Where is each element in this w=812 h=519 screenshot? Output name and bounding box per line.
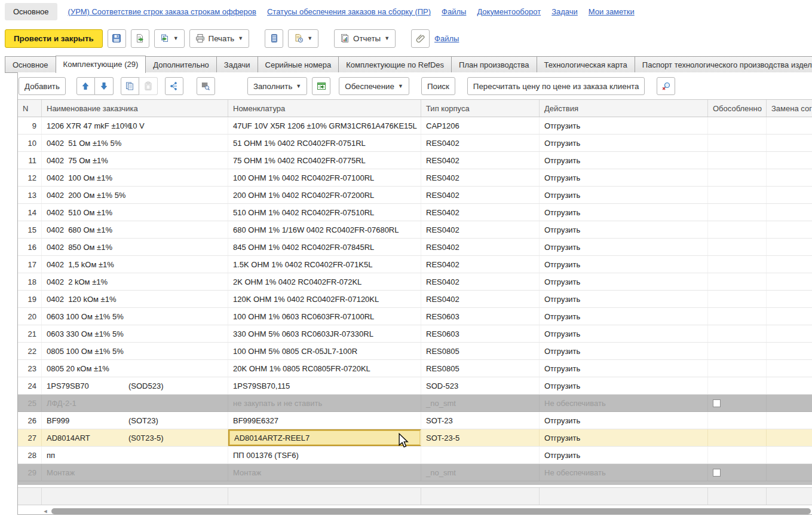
cell-action[interactable]: Отгрузить [540, 135, 708, 151]
cell-nomenclature[interactable]: BF999E6327 [228, 412, 421, 429]
cell-name[interactable]: 0402 75 Ом ±1% [42, 152, 228, 169]
scroll-left-arrow[interactable]: ◄ [42, 508, 49, 515]
cell-checkbox[interactable] [708, 239, 767, 255]
cell-action[interactable]: Отгрузить [540, 187, 708, 203]
table-row-22[interactable]: 220805 100 Ом ±1% 5%100 OHM 5% 0805 CR-0… [18, 343, 812, 360]
cell-name[interactable]: 0402 100 Ом ±1% [42, 169, 228, 186]
cell-body[interactable]: RES0603 [421, 308, 540, 325]
cell-nomenclature[interactable]: 510 OHM 1% 0402 RC0402FR-07510RL [228, 204, 421, 221]
tab-item[interactable]: Задачи [216, 56, 258, 72]
column-header-replace[interactable]: Замена сог [767, 100, 812, 117]
tab-item[interactable]: Дополнительно [145, 56, 217, 72]
cell-n[interactable]: 17 [18, 256, 42, 273]
cell-n[interactable]: 20 [18, 308, 42, 325]
cell-action[interactable]: Не обеспечивать [540, 395, 708, 411]
cell-action[interactable]: Отгрузить [540, 447, 708, 463]
nav-link[interactable]: Документооборот [477, 7, 541, 16]
column-header-body[interactable]: Тип корпуса [421, 100, 540, 117]
cell-body[interactable]: RES0805 [421, 343, 540, 359]
cell-body[interactable]: RES0402 [421, 256, 540, 273]
cell-action[interactable]: Отгрузить [540, 325, 708, 342]
cell-body[interactable]: RES0805 [421, 360, 540, 377]
cell-name[interactable]: 0402 200 Ом ±1% 5% [42, 187, 228, 203]
nav-link[interactable]: Мои заметки [589, 7, 635, 16]
cell-n[interactable]: 29 [18, 464, 42, 481]
save-button[interactable] [108, 29, 126, 48]
cell-nomenclature[interactable]: ПП 001376 (TSF6) [228, 447, 421, 463]
cell-n[interactable]: 23 [18, 360, 42, 377]
cell-name[interactable]: BF999(SOT23) [42, 412, 228, 429]
cell-checkbox[interactable] [708, 204, 767, 221]
copy-row-button[interactable] [121, 77, 139, 95]
attachments-button[interactable] [411, 29, 430, 48]
column-header-name[interactable]: Наименование заказчика [42, 100, 228, 117]
cell-name[interactable]: 1PS79SB70(SOD523) [42, 377, 228, 394]
table-row-26[interactable]: 26BF999(SOT23)BF999E6327SOT-23Отгрузить [18, 412, 812, 429]
cell-checkbox[interactable] [708, 343, 767, 359]
tab-item[interactable]: Серийные номера [258, 56, 339, 72]
cell-replace[interactable] [767, 360, 812, 377]
table-row-9[interactable]: 91206 X7R 47 mkF ±10%10 V47UF 10V X5R 12… [18, 117, 812, 135]
cell-name[interactable]: 0402 51 Ом ±1% 5% [42, 135, 228, 151]
table-row-12[interactable]: 120402 100 Ом ±1%100 OHM 1% 0402 RC0402F… [18, 169, 812, 187]
cell-nomenclature[interactable]: 20K OHM 1% 0805 RC0805FR-0720KL [228, 360, 421, 377]
cell-checkbox[interactable] [708, 221, 767, 238]
cell-body[interactable] [421, 447, 540, 463]
cell-n[interactable]: 28 [18, 447, 42, 463]
cell-action[interactable]: Отгрузить [540, 221, 708, 238]
cell-body[interactable]: RES0402 [421, 187, 540, 203]
table-row-28[interactable]: 28ппПП 001376 (TSF6)Отгрузить [18, 447, 812, 464]
tab-active[interactable]: Комплектующие (29) [56, 56, 146, 73]
cell-name[interactable]: ЛФД-2-1 [42, 395, 228, 411]
cell-name[interactable]: Монтаж [42, 464, 228, 481]
tab-item[interactable]: Комплектующие по RefDes [338, 56, 452, 72]
fill-table-button[interactable] [312, 77, 330, 95]
table-row-19[interactable]: 190402 120 kОм ±1%120K OHM 1% 0402 RC040… [18, 291, 812, 308]
cell-checkbox[interactable] [708, 377, 767, 394]
cell-nomenclature[interactable]: Монтаж [228, 464, 421, 481]
cell-n[interactable]: 15 [18, 221, 42, 238]
column-header-n[interactable]: N [18, 100, 42, 117]
cell-replace[interactable] [767, 152, 812, 169]
move-down-button[interactable] [95, 77, 114, 95]
cell-body[interactable]: SOD-523 [421, 377, 540, 394]
table-row-13[interactable]: 130402 200 Ом ±1% 5%200 OHM 1% 0402 RC04… [18, 187, 812, 204]
cell-nomenclature[interactable]: не закупать и не ставить [228, 395, 421, 411]
cell-n[interactable]: 14 [18, 204, 42, 221]
cell-nomenclature[interactable]: 1PS79SB70,115 [228, 377, 421, 394]
cell-body[interactable]: RES0402 [421, 291, 540, 307]
cell-nomenclature[interactable]: 47UF 10V X5R 1206 ±10% GRM31CR61A476KE15… [228, 117, 421, 134]
post-document-button[interactable] [131, 29, 149, 48]
cell-action[interactable]: Не обеспечивать [540, 464, 708, 481]
supply-button[interactable]: Обеспечение ▼ [339, 77, 409, 95]
cell-n[interactable]: 22 [18, 343, 42, 359]
column-header-nomenclature[interactable]: Номенклатура [228, 100, 421, 117]
reports-button[interactable]: Отчеты ▼ [334, 29, 396, 48]
column-header-checkbox[interactable]: Обособленно [708, 100, 767, 117]
table-row-25[interactable]: 25ЛФД-2-1не закупать и не ставить_no_smt… [18, 395, 812, 412]
cell-checkbox[interactable] [708, 291, 767, 307]
table-row-11[interactable]: 110402 75 Ом ±1%75 OHM 1% 0402 RC0402FR-… [18, 152, 812, 169]
table-row-16[interactable]: 160402 850 Ом ±1%845 OHM 1% 0402 RC0402F… [18, 239, 812, 256]
scrollbar-thumb[interactable] [51, 508, 811, 514]
cell-replace[interactable] [767, 239, 812, 255]
cell-checkbox[interactable] [708, 464, 767, 481]
cell-n[interactable]: 13 [18, 187, 42, 203]
tab-item[interactable]: Паспорт технологического производства из… [635, 56, 812, 72]
cell-n[interactable]: 12 [18, 169, 42, 186]
cell-name[interactable]: 0402 850 Ом ±1% [42, 239, 228, 255]
cell-replace[interactable] [767, 343, 812, 359]
cell-name[interactable]: 0402 510 Ом ±1% [42, 204, 228, 221]
table-row-18[interactable]: 180402 2 kОм ±1%2K OHM 1% 0402 RC0402FR-… [18, 273, 812, 291]
cell-action[interactable]: Отгрузить [540, 169, 708, 186]
cell-body[interactable]: RES0402 [421, 221, 540, 238]
cell-nomenclature[interactable]: 100 OHM 1% 0402 RC0402FR-07100RL [228, 169, 421, 186]
tab-item[interactable]: Основное [5, 56, 56, 72]
cell-nomenclature[interactable]: AD8014ARTZ-REEL7 [228, 429, 421, 446]
cell-replace[interactable] [767, 169, 812, 186]
nav-link[interactable]: Статусы обеспечения заказов на сборку (П… [267, 7, 431, 16]
print-button[interactable]: Печать ▼ [189, 29, 250, 48]
cell-replace[interactable] [767, 395, 812, 411]
cell-name[interactable]: 0603 330 Ом ±1% 5% [42, 325, 228, 342]
cell-action[interactable]: Отгрузить [540, 343, 708, 359]
